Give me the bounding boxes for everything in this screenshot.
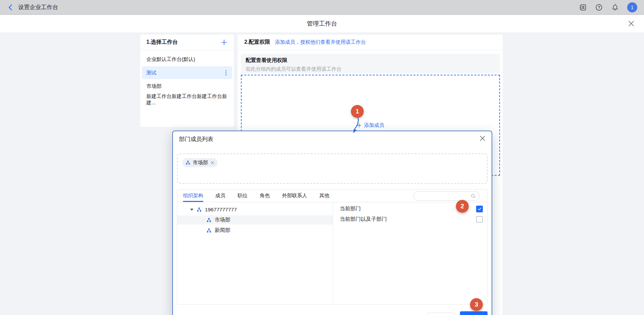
workspace-item-test[interactable]: 测试 xyxy=(142,66,232,79)
topbar-title: 设置企业工作台 xyxy=(18,3,58,11)
scope-options: 当前部门 当前部门以及子部门 xyxy=(333,202,487,305)
page-header: 管理工作台 xyxy=(0,15,644,32)
back-button[interactable]: 设置企业工作台 xyxy=(7,3,58,11)
modal-footer xyxy=(173,311,492,315)
selected-members-box: 市场部 xyxy=(177,153,488,184)
tab-positions[interactable]: 职位 xyxy=(238,189,248,202)
option-current-and-sub: 当前部门以及子部门 xyxy=(333,214,487,224)
confirm-button[interactable] xyxy=(460,311,488,315)
section-title: 配置查看使用权限 xyxy=(246,57,495,64)
back-chevron-icon xyxy=(7,3,15,11)
search-icon xyxy=(470,193,476,199)
modal-title: 部门成员列表 xyxy=(179,135,213,143)
view-permission-section: 配置查看使用权限 在此分组内的成员可以查看并使用该工作台 xyxy=(241,54,500,73)
page-close-icon[interactable] xyxy=(627,20,635,28)
step-badge-3: 3 xyxy=(470,298,483,311)
department-member-modal: 部门成员列表 市场部 组织架构 成员 xyxy=(172,131,492,315)
member-picker: 组织架构 成员 职位 角色 外部联系人 其他 xyxy=(177,189,488,305)
app-window: 设置企业工作台 ? 1 管理工作台 xyxy=(0,0,644,315)
tab-external-contacts[interactable]: 外部联系人 xyxy=(282,189,307,202)
tab-members[interactable]: 成员 xyxy=(215,189,225,202)
tab-org-structure[interactable]: 组织架构 xyxy=(183,189,203,202)
check-icon xyxy=(477,207,482,211)
caret-down-icon[interactable] xyxy=(190,209,193,211)
org-tree-icon xyxy=(185,160,190,165)
workspace-item-new[interactable]: 新建工作台新建工作台新建工作台新建... xyxy=(142,93,232,106)
avatar[interactable]: 1 xyxy=(627,2,637,12)
modal-close-icon[interactable] xyxy=(479,135,486,142)
workspace-panel: 1.选择工作台 企业默认工作台(默认) 测试 市场部 新建工作台新建工作台新建工… xyxy=(140,35,234,127)
tab-others[interactable]: 其他 xyxy=(319,189,329,202)
step-badge-2: 2 xyxy=(456,200,469,213)
permission-panel-title: 2.配置权限 xyxy=(244,39,270,46)
step-badge-1: 1 xyxy=(351,105,364,118)
search-input[interactable] xyxy=(414,191,480,201)
page-title: 管理工作台 xyxy=(0,15,644,32)
chip-remove-icon[interactable] xyxy=(210,161,215,165)
step-arrow-icon xyxy=(349,117,362,134)
workspace-item-market[interactable]: 市场部 xyxy=(142,80,232,93)
workspace-panel-title: 1.选择工作台 xyxy=(146,39,178,46)
svg-text:?: ? xyxy=(598,5,600,9)
org-tree: 19677777777 市场部 xyxy=(177,202,333,305)
help-icon[interactable]: ? xyxy=(595,3,603,11)
section-description: 在此分组内的成员可以查看并使用该工作台 xyxy=(246,66,495,72)
selected-chip-market[interactable]: 市场部 xyxy=(182,158,218,167)
org-tree-icon xyxy=(206,217,212,223)
cancel-button[interactable] xyxy=(428,313,455,315)
permission-panel-subtitle: 添加成员，授权他们查看并使用该工作台 xyxy=(275,39,366,45)
picker-tabs: 组织架构 成员 职位 角色 外部联系人 其他 xyxy=(177,189,487,202)
org-tree-icon xyxy=(196,207,202,212)
tree-node-root[interactable]: 19677777777 xyxy=(177,205,333,214)
tab-roles[interactable]: 角色 xyxy=(260,189,270,202)
add-workspace-button[interactable] xyxy=(220,39,228,46)
top-bar: 设置企业工作台 ? 1 xyxy=(0,0,644,15)
checkbox-current-and-sub[interactable] xyxy=(476,216,483,223)
bell-icon[interactable] xyxy=(611,3,619,11)
checkbox-current-department[interactable] xyxy=(476,206,483,212)
workspace-item-default[interactable]: 企业默认工作台(默认) xyxy=(142,53,232,66)
more-options-icon[interactable] xyxy=(224,69,228,77)
tree-node-market[interactable]: 市场部 xyxy=(177,215,333,224)
contacts-icon[interactable] xyxy=(579,3,587,11)
tree-node-news[interactable]: 新闻部 xyxy=(177,226,333,235)
org-tree-icon xyxy=(206,228,212,233)
